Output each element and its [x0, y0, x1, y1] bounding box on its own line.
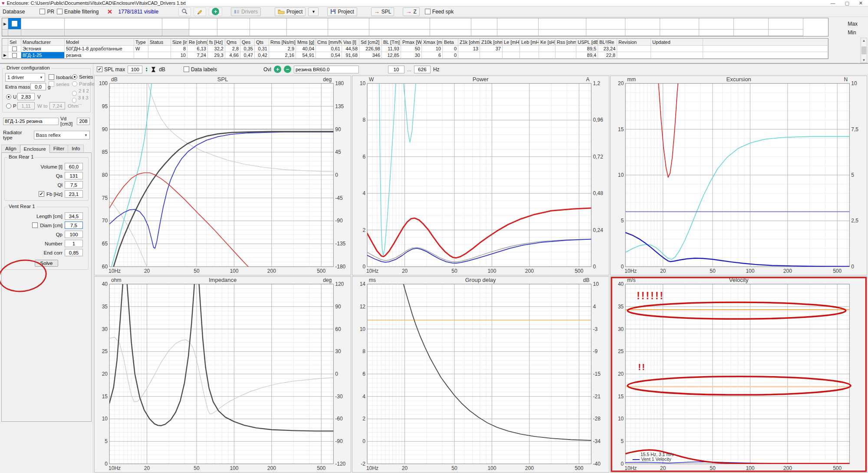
export-spl-button[interactable]: →SPL	[371, 7, 395, 16]
table-cell[interactable]: 11,93	[382, 46, 401, 52]
column-header[interactable]: Leb [mH]	[520, 39, 539, 46]
filter-cell[interactable]	[287, 30, 328, 36]
driver-count-select[interactable]: 1 driver▼	[5, 73, 45, 82]
row-filler[interactable]	[703, 52, 828, 59]
filter-cell[interactable]	[328, 18, 369, 30]
table-cell[interactable]: 0,42	[255, 52, 269, 59]
row-marker[interactable]	[2, 46, 8, 52]
table-cell[interactable]: 0,47	[240, 52, 255, 59]
scroll-down-icon[interactable]: ▼	[862, 58, 866, 62]
table-cell[interactable]	[503, 52, 520, 59]
filter-cell[interactable]	[8, 18, 21, 30]
export-z-button[interactable]: →Z	[403, 7, 419, 16]
filter-cell[interactable]	[497, 18, 539, 30]
column-header[interactable]: Pmax [W]	[401, 39, 422, 46]
column-header[interactable]: USPL [dB]	[576, 39, 598, 46]
filter-cell[interactable]	[369, 18, 430, 30]
hourglass-icon[interactable]	[151, 66, 156, 73]
spl-max-checkbox[interactable]: SPL max	[97, 66, 125, 73]
table-cell[interactable]: 10	[171, 52, 187, 59]
column-header[interactable]: Qts	[255, 39, 269, 46]
filter-cell[interactable]	[217, 30, 250, 36]
tab-enclosure[interactable]: Enclosure	[20, 145, 50, 153]
tab-info[interactable]: Info	[68, 145, 84, 153]
table-cell[interactable]: 37	[480, 46, 503, 52]
table-cell[interactable]: 2,16	[269, 52, 296, 59]
search-button[interactable]	[178, 7, 191, 16]
table-cell[interactable]	[480, 52, 503, 59]
table-cell[interactable]	[556, 52, 576, 59]
filter-cell[interactable]	[162, 18, 189, 30]
feed-spk-checkbox[interactable]: Feed spk	[425, 9, 454, 15]
project-open-dropdown[interactable]: ▼	[308, 7, 319, 16]
table-cell[interactable]: 89,5	[576, 46, 598, 52]
filter-cell[interactable]	[625, 18, 660, 30]
table-cell[interactable]	[651, 46, 703, 52]
column-header[interactable]: Qms	[225, 39, 240, 46]
filter-cell[interactable]	[586, 18, 625, 30]
table-cell[interactable]: 0	[443, 46, 458, 52]
filter-cell[interactable]	[471, 18, 497, 30]
filter-cell[interactable]	[369, 30, 430, 36]
table-cell[interactable]: 89,4	[576, 52, 598, 59]
filter-cell[interactable]	[21, 30, 65, 36]
sel-checkbox-cell[interactable]	[8, 46, 21, 52]
column-header[interactable]: Manufacturer	[21, 39, 65, 46]
table-cell[interactable]	[651, 52, 703, 59]
table-cell[interactable]: 6,13	[187, 46, 208, 52]
column-header[interactable]: Z10k [ohm]	[480, 39, 503, 46]
filter-cell[interactable]	[660, 18, 699, 30]
filter-cell[interactable]	[2, 30, 8, 36]
column-header[interactable]: fs [Hz]	[208, 39, 225, 46]
table-cell[interactable]: 91,68	[342, 52, 359, 59]
table-cell[interactable]: 13	[458, 46, 480, 52]
solve-button[interactable]: Solve	[35, 260, 59, 267]
table-cell[interactable]: 0,35	[240, 46, 255, 52]
filter-cell[interactable]	[734, 18, 769, 30]
table-cell[interactable]	[503, 46, 520, 52]
filter-cell[interactable]	[189, 30, 217, 36]
column-header[interactable]: BL [Tm]	[382, 39, 401, 46]
table-cell[interactable]	[148, 52, 171, 59]
fb-input[interactable]	[65, 190, 83, 198]
project-open-button[interactable]: Project	[275, 7, 306, 16]
table-cell[interactable]	[539, 46, 556, 52]
filter-cell[interactable]	[471, 30, 497, 36]
qp-input[interactable]	[65, 231, 83, 238]
column-header[interactable]: Sd [cm2]	[359, 39, 382, 46]
table-cell[interactable]: 2,8	[225, 46, 240, 52]
column-header[interactable]: Mms [g]	[296, 39, 316, 46]
table-cell[interactable]: 4,66	[225, 52, 240, 59]
header-filler[interactable]	[703, 39, 828, 46]
enable-filtering-box[interactable]	[57, 9, 62, 14]
table-cell[interactable]: 226,98	[359, 46, 382, 52]
project-save-button[interactable]: Project	[327, 7, 357, 16]
ql-input[interactable]	[65, 181, 83, 189]
row-filler[interactable]	[703, 46, 828, 52]
table-vertical-scrollbar[interactable]: ▲ ▼	[861, 38, 867, 63]
table-cell[interactable]: 2,9	[269, 46, 296, 52]
overlay-name-input[interactable]	[294, 66, 359, 73]
table-cell[interactable]	[458, 52, 480, 59]
spl-max-spinner[interactable]: ▲▼	[145, 67, 148, 72]
pr-checkbox[interactable]: PR	[39, 9, 54, 15]
table-cell[interactable]: 10	[422, 46, 443, 52]
data-labels-checkbox[interactable]: Data labels	[184, 66, 217, 73]
column-header[interactable]: Size [in]	[171, 39, 187, 46]
vent-length-input[interactable]	[65, 212, 83, 220]
voltage-radio[interactable]: U	[6, 94, 16, 99]
filter-cell[interactable]	[769, 30, 803, 36]
filter-cell[interactable]	[699, 18, 734, 30]
fb-checkbox[interactable]	[39, 191, 44, 197]
filter-cell[interactable]	[539, 30, 586, 36]
filter-cell[interactable]	[430, 18, 471, 30]
filter-cell[interactable]	[217, 18, 250, 30]
table-row[interactable]: Эстония50ГДН-1-8 доработанныеW86,1332,22…	[2, 46, 828, 52]
table-cell[interactable]: 0	[443, 52, 458, 59]
tab-filter[interactable]: Filter	[49, 145, 69, 153]
end-corr-input[interactable]	[65, 249, 83, 256]
table-cell[interactable]: 12,85	[382, 52, 401, 59]
filter-cell[interactable]	[65, 18, 162, 30]
filter-cell[interactable]	[250, 18, 287, 30]
column-header[interactable]: Re [ohm]	[187, 39, 208, 46]
